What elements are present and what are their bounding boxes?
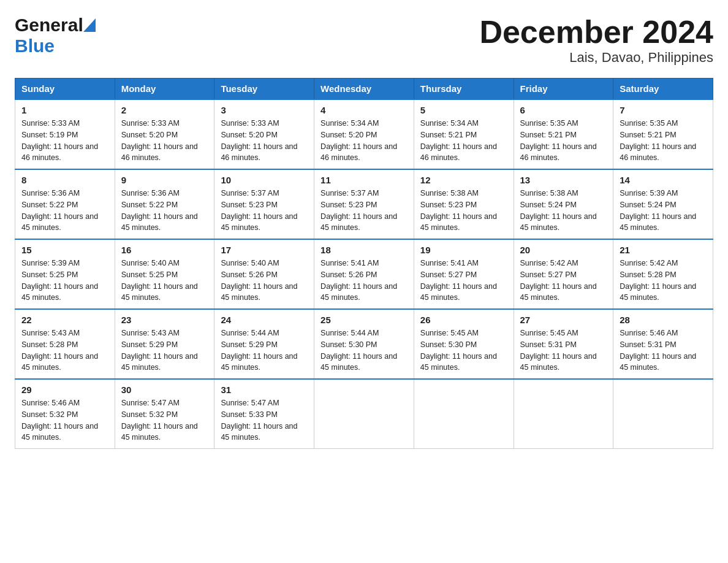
calendar-day-cell [613,379,713,449]
calendar-week-row: 29 Sunrise: 5:46 AM Sunset: 5:32 PM Dayl… [15,379,713,449]
day-number: 9 [121,175,208,185]
day-info: Sunrise: 5:33 AM Sunset: 5:19 PM Dayligh… [21,118,108,164]
calendar-day-cell: 28 Sunrise: 5:46 AM Sunset: 5:31 PM Dayl… [613,309,713,379]
day-info: Sunrise: 5:46 AM Sunset: 5:32 PM Dayligh… [21,397,108,443]
day-info: Sunrise: 5:41 AM Sunset: 5:26 PM Dayligh… [320,258,408,304]
calendar-day-cell: 19 Sunrise: 5:41 AM Sunset: 5:27 PM Dayl… [414,239,514,309]
day-number: 11 [320,175,408,185]
day-number: 17 [221,245,308,255]
day-info: Sunrise: 5:43 AM Sunset: 5:28 PM Dayligh… [21,327,108,373]
calendar-day-cell: 14 Sunrise: 5:39 AM Sunset: 5:24 PM Dayl… [613,169,713,239]
header-wednesday: Wednesday [314,79,414,100]
day-info: Sunrise: 5:40 AM Sunset: 5:25 PM Dayligh… [121,258,208,304]
calendar-day-cell: 29 Sunrise: 5:46 AM Sunset: 5:32 PM Dayl… [15,379,115,449]
calendar-title: December 2024 [479,15,713,50]
header-tuesday: Tuesday [214,79,314,100]
day-number: 23 [121,315,208,325]
calendar-day-cell: 3 Sunrise: 5:33 AM Sunset: 5:20 PM Dayli… [214,99,314,169]
calendar-day-cell: 30 Sunrise: 5:47 AM Sunset: 5:32 PM Dayl… [115,379,214,449]
day-info: Sunrise: 5:47 AM Sunset: 5:33 PM Dayligh… [221,397,308,443]
calendar-day-cell: 13 Sunrise: 5:38 AM Sunset: 5:24 PM Dayl… [514,169,613,239]
day-number: 29 [21,385,108,395]
day-number: 16 [121,245,208,255]
calendar-day-cell: 23 Sunrise: 5:43 AM Sunset: 5:29 PM Dayl… [115,309,214,379]
calendar-day-cell [414,379,514,449]
day-number: 7 [620,105,707,115]
calendar-day-cell: 9 Sunrise: 5:36 AM Sunset: 5:22 PM Dayli… [115,169,214,239]
calendar-day-cell: 1 Sunrise: 5:33 AM Sunset: 5:19 PM Dayli… [15,99,115,169]
logo-blue-text: Blue [15,36,55,56]
calendar-day-cell: 11 Sunrise: 5:37 AM Sunset: 5:23 PM Dayl… [314,169,414,239]
day-number: 28 [620,315,707,325]
day-number: 20 [520,245,607,255]
day-number: 12 [420,175,507,185]
calendar-day-cell: 25 Sunrise: 5:44 AM Sunset: 5:30 PM Dayl… [314,309,414,379]
calendar-day-cell: 17 Sunrise: 5:40 AM Sunset: 5:26 PM Dayl… [214,239,314,309]
day-info: Sunrise: 5:41 AM Sunset: 5:27 PM Dayligh… [420,258,507,304]
day-number: 30 [121,385,208,395]
calendar-day-cell: 5 Sunrise: 5:34 AM Sunset: 5:21 PM Dayli… [414,99,514,169]
day-number: 21 [620,245,707,255]
day-info: Sunrise: 5:39 AM Sunset: 5:25 PM Dayligh… [21,258,108,304]
calendar-week-row: 22 Sunrise: 5:43 AM Sunset: 5:28 PM Dayl… [15,309,713,379]
day-info: Sunrise: 5:35 AM Sunset: 5:21 PM Dayligh… [620,118,707,164]
day-number: 15 [21,245,108,255]
day-info: Sunrise: 5:38 AM Sunset: 5:24 PM Dayligh… [520,188,607,234]
day-info: Sunrise: 5:33 AM Sunset: 5:20 PM Dayligh… [121,118,208,164]
day-number: 22 [21,315,108,325]
calendar-header-row: Sunday Monday Tuesday Wednesday Thursday… [15,79,713,100]
header-thursday: Thursday [414,79,514,100]
day-number: 24 [221,315,308,325]
calendar-week-row: 1 Sunrise: 5:33 AM Sunset: 5:19 PM Dayli… [15,99,713,169]
calendar-day-cell: 7 Sunrise: 5:35 AM Sunset: 5:21 PM Dayli… [613,99,713,169]
calendar-day-cell [514,379,613,449]
day-number: 27 [520,315,607,325]
calendar-day-cell: 10 Sunrise: 5:37 AM Sunset: 5:23 PM Dayl… [214,169,314,239]
header-sunday: Sunday [15,79,115,100]
calendar-day-cell: 12 Sunrise: 5:38 AM Sunset: 5:23 PM Dayl… [414,169,514,239]
calendar-day-cell: 8 Sunrise: 5:36 AM Sunset: 5:22 PM Dayli… [15,169,115,239]
calendar-week-row: 15 Sunrise: 5:39 AM Sunset: 5:25 PM Dayl… [15,239,713,309]
day-info: Sunrise: 5:38 AM Sunset: 5:23 PM Dayligh… [420,188,507,234]
title-block: December 2024 Lais, Davao, Philippines [479,15,713,66]
day-info: Sunrise: 5:33 AM Sunset: 5:20 PM Dayligh… [221,118,308,164]
logo-arrow-icon [83,18,96,32]
day-info: Sunrise: 5:37 AM Sunset: 5:23 PM Dayligh… [320,188,408,234]
logo-general-text: General [15,15,83,36]
day-number: 3 [221,105,308,115]
day-info: Sunrise: 5:44 AM Sunset: 5:29 PM Dayligh… [221,327,308,373]
header-saturday: Saturday [613,79,713,100]
day-number: 26 [420,315,507,325]
calendar-day-cell: 26 Sunrise: 5:45 AM Sunset: 5:30 PM Dayl… [414,309,514,379]
day-number: 5 [420,105,507,115]
calendar-day-cell: 6 Sunrise: 5:35 AM Sunset: 5:21 PM Dayli… [514,99,613,169]
calendar-day-cell [314,379,414,449]
day-info: Sunrise: 5:37 AM Sunset: 5:23 PM Dayligh… [221,188,308,234]
day-info: Sunrise: 5:46 AM Sunset: 5:31 PM Dayligh… [620,327,707,373]
day-info: Sunrise: 5:42 AM Sunset: 5:27 PM Dayligh… [520,258,607,304]
calendar-day-cell: 31 Sunrise: 5:47 AM Sunset: 5:33 PM Dayl… [214,379,314,449]
day-info: Sunrise: 5:47 AM Sunset: 5:32 PM Dayligh… [121,397,208,443]
day-number: 2 [121,105,208,115]
day-info: Sunrise: 5:42 AM Sunset: 5:28 PM Dayligh… [620,258,707,304]
calendar-subtitle: Lais, Davao, Philippines [479,50,713,66]
day-info: Sunrise: 5:36 AM Sunset: 5:22 PM Dayligh… [121,188,208,234]
calendar-table: Sunday Monday Tuesday Wednesday Thursday… [15,78,713,449]
page-header: General Blue December 2024 Lais, Davao, … [15,15,713,66]
day-info: Sunrise: 5:45 AM Sunset: 5:31 PM Dayligh… [520,327,607,373]
svg-marker-0 [83,18,96,32]
day-info: Sunrise: 5:45 AM Sunset: 5:30 PM Dayligh… [420,327,507,373]
day-info: Sunrise: 5:34 AM Sunset: 5:21 PM Dayligh… [420,118,507,164]
day-number: 6 [520,105,607,115]
day-number: 10 [221,175,308,185]
day-info: Sunrise: 5:36 AM Sunset: 5:22 PM Dayligh… [21,188,108,234]
calendar-week-row: 8 Sunrise: 5:36 AM Sunset: 5:22 PM Dayli… [15,169,713,239]
calendar-day-cell: 16 Sunrise: 5:40 AM Sunset: 5:25 PM Dayl… [115,239,214,309]
calendar-day-cell: 20 Sunrise: 5:42 AM Sunset: 5:27 PM Dayl… [514,239,613,309]
day-number: 25 [320,315,408,325]
day-number: 13 [520,175,607,185]
day-info: Sunrise: 5:35 AM Sunset: 5:21 PM Dayligh… [520,118,607,164]
day-number: 4 [320,105,408,115]
day-info: Sunrise: 5:39 AM Sunset: 5:24 PM Dayligh… [620,188,707,234]
day-number: 18 [320,245,408,255]
